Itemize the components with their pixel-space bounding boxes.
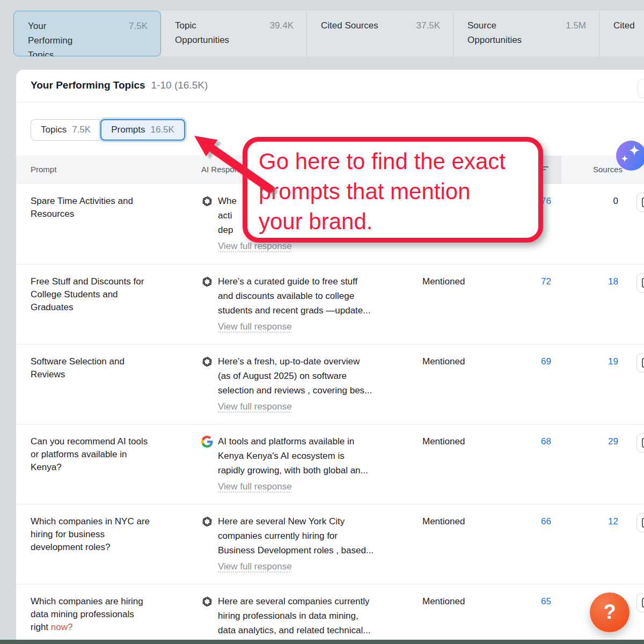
tab-bar: Your Performing Topics7.5KTopic Opportun… xyxy=(13,11,644,56)
prompt-cell[interactable]: Spare Time Activities and Resources xyxy=(31,195,154,221)
prompt-text: Software Selection and Reviews xyxy=(31,356,125,379)
visibility-value-link[interactable]: 69 xyxy=(541,356,551,367)
google-icon xyxy=(201,436,213,492)
question-mark-icon: ? xyxy=(603,601,616,624)
prompt-cell[interactable]: Which companies are hiring data mining p… xyxy=(31,595,154,634)
page: Your Performing Topics7.5KTopic Opportun… xyxy=(0,0,644,644)
panel-settings-button[interactable] xyxy=(638,79,644,98)
table-row: Which companies are hiring data mining p… xyxy=(16,584,644,640)
panel-range: 1-10 (16.5K) xyxy=(151,79,208,91)
chatgpt-icon xyxy=(201,276,213,332)
tab-source-opportunities[interactable]: Source Opportunities1.5M xyxy=(453,11,599,56)
prompt-cell[interactable]: Which companies in NYC are hiring for bu… xyxy=(31,515,154,554)
view-full-response-link[interactable]: View full response xyxy=(218,561,292,572)
visibility-value-link[interactable]: 65 xyxy=(541,596,551,607)
ai-response-text: Here’s a curated guide to free stuff and… xyxy=(218,274,370,332)
prompt-text: Can you recommend AI tools or platforms … xyxy=(31,436,148,472)
topics-prompts-toggle: Topics 7.5K Prompts 16.5K xyxy=(31,119,185,141)
panel-open-icon xyxy=(642,358,644,368)
table-row: Software Selection and Reviews xyxy=(16,344,644,424)
prompt-text: Which companies are hiring data mining p… xyxy=(31,596,143,632)
sparkles-icon xyxy=(616,141,644,171)
bottom-bar xyxy=(0,640,644,644)
prompt-cell[interactable]: Can you recommend AI tools or platforms … xyxy=(31,435,154,474)
prompt-cell[interactable]: Software Selection and Reviews xyxy=(31,355,154,381)
tab-cited[interactable]: Cited xyxy=(599,11,644,56)
prompt-text: Which companies in NYC are hiring for bu… xyxy=(31,516,150,552)
panel-open-icon xyxy=(642,438,644,448)
panel-open-icon xyxy=(642,518,644,528)
sources-value-link[interactable]: 12 xyxy=(608,516,618,527)
view-full-response-link[interactable]: View full response xyxy=(218,241,292,252)
prompts-toggle[interactable]: Prompts 16.5K xyxy=(100,119,185,141)
ai-assistant-button[interactable] xyxy=(616,141,644,171)
panel-open-icon xyxy=(642,598,644,608)
annotation-text: your brand. xyxy=(259,207,534,237)
sources-value-link[interactable]: 19 xyxy=(608,356,618,367)
column-header-prompt[interactable]: Prompt xyxy=(31,165,56,174)
mention-status: Mentioned xyxy=(422,516,465,527)
view-full-response-link[interactable]: View full response xyxy=(218,321,292,332)
row-action-button[interactable] xyxy=(636,193,644,212)
table-row: Free Stuff and Discounts for College Stu… xyxy=(16,264,644,344)
topics-toggle[interactable]: Topics 7.5K xyxy=(31,119,100,141)
panel-header: Your Performing Topics 1-10 (16.5K) xyxy=(16,70,644,103)
row-action-button[interactable] xyxy=(636,273,644,292)
tab-topic-opportunities[interactable]: Topic Opportunities39.4K xyxy=(161,11,307,56)
panel-open-icon xyxy=(642,278,644,288)
annotation-text: prompts that mention xyxy=(259,177,534,207)
visibility-value-link[interactable]: 72 xyxy=(541,276,551,287)
mention-status: Mentioned xyxy=(422,356,465,367)
ai-response-cell: Here are several companies currently hir… xyxy=(201,594,427,638)
mention-status: Mentioned xyxy=(422,436,465,447)
chatgpt-icon xyxy=(201,195,213,252)
ai-response-cell: Here are several New York City companies… xyxy=(201,514,427,572)
prompt-text: Free Stuff and Discounts for College Stu… xyxy=(31,276,144,312)
table-row: Which companies in NYC are hiring for bu… xyxy=(16,504,644,584)
visibility-value-link[interactable]: 68 xyxy=(541,436,551,447)
chatgpt-icon xyxy=(201,596,213,638)
visibility-value-link[interactable]: 66 xyxy=(541,516,551,527)
ai-response-cell: Here’s a curated guide to free stuff and… xyxy=(201,274,427,332)
topics-toggle-label: Topics xyxy=(41,125,67,135)
chatgpt-icon xyxy=(201,516,213,572)
prompt-text-highlighted: now? xyxy=(51,622,73,632)
table-body: Spare Time Activities and Resources xyxy=(16,184,644,640)
view-full-response-link[interactable]: View full response xyxy=(218,481,292,492)
table-row: Can you recommend AI tools or platforms … xyxy=(16,424,644,504)
ai-response-text: Here are several companies currently hir… xyxy=(218,594,370,638)
sources-value-link[interactable]: 0 xyxy=(613,196,618,207)
ai-response-text: Here’s a fresh, up-to-date overview (as … xyxy=(218,354,372,412)
row-action-button[interactable] xyxy=(636,513,644,532)
row-action-button[interactable] xyxy=(636,433,644,452)
help-button[interactable]: ? xyxy=(590,592,630,632)
ai-response-text: Here are several New York City companies… xyxy=(218,514,374,572)
topics-toggle-count: 7.5K xyxy=(72,125,91,135)
mention-status: Mentioned xyxy=(422,596,465,607)
panel-title: Your Performing Topics xyxy=(31,79,145,91)
ai-response-cell: AI tools and platforms available in Keny… xyxy=(201,434,427,492)
prompts-toggle-label: Prompts xyxy=(111,125,145,135)
row-action-button[interactable] xyxy=(636,353,644,372)
tab-cited-sources[interactable]: Cited Sources37.5K xyxy=(307,11,453,56)
ai-response-cell: Here’s a fresh, up-to-date overview (as … xyxy=(201,354,427,412)
prompt-text: Spare Time Activities and Resources xyxy=(31,196,133,219)
row-action-button[interactable] xyxy=(636,593,644,612)
tab-your-performing-topics[interactable]: Your Performing Topics7.5K xyxy=(13,11,161,56)
chatgpt-icon xyxy=(201,356,213,412)
annotation-callout: Go here to find the exact prompts that m… xyxy=(243,137,543,243)
annotation-arrow-icon xyxy=(185,129,279,199)
mention-status: Mentioned xyxy=(422,276,465,287)
prompts-toggle-count: 16.5K xyxy=(150,125,174,135)
ai-response-text: AI tools and platforms available in Keny… xyxy=(218,434,368,492)
sources-value-link[interactable]: 29 xyxy=(608,436,618,447)
prompt-cell[interactable]: Free Stuff and Discounts for College Stu… xyxy=(31,275,154,314)
view-full-response-link[interactable]: View full response xyxy=(218,401,292,412)
annotation-text: Go here to find the exact xyxy=(259,147,534,177)
sources-value-link[interactable]: 18 xyxy=(608,276,618,287)
panel-open-icon xyxy=(642,197,644,207)
